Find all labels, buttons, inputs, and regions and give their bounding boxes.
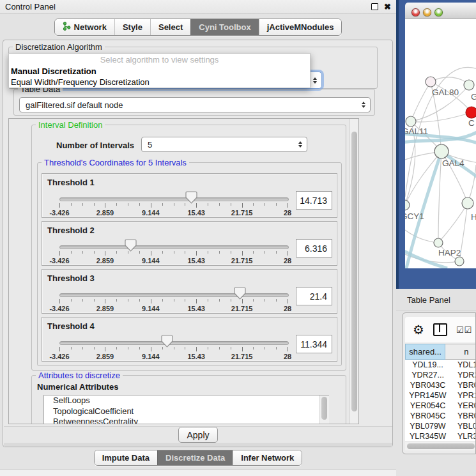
bottom-tab-bar: Impute DataDiscretize DataInfer Network [94,450,303,466]
tab-select[interactable]: Select [150,19,190,35]
network-window-titlebar [405,3,476,19]
tab-jactivemnodules[interactable]: jActiveMNodules [259,19,342,35]
threshold-value-field[interactable]: 14.713 [296,191,332,210]
tab-impute-data[interactable]: Impute Data [95,450,157,465]
apply-button[interactable]: Apply [178,427,218,443]
table-panel: ⚙ ☑☑ shared...n YDL19...YDL1YDR27...YDR2… [402,312,476,454]
scale-label: 21.715 [231,353,253,360]
table-row[interactable]: YER054CYER0 [405,401,476,411]
column-layout-icon[interactable] [433,323,447,336]
attributes-scrollbar-thumb[interactable] [321,397,327,420]
settings-scrollbar-thumb[interactable] [351,132,357,411]
interval-definition-title: Interval Definition [36,120,105,130]
cell-shared-name: YBL079W [405,422,450,431]
scale-label: 9.144 [142,209,160,217]
algorithm-prompt-item[interactable]: Select algorithm to view settings [9,54,310,66]
float-panel-icon[interactable] [371,3,378,10]
scale-label: 9.144 [142,257,160,265]
select-columns-icon[interactable]: ☑☑ [456,325,472,335]
scale-label: 28 [284,209,291,217]
gear-icon[interactable]: ⚙ [413,323,424,336]
table-row[interactable]: YDL19...YDL1 [405,360,476,370]
top-tab-row: NetworkStyleSelectCyni ToolboxjActiveMNo… [0,19,396,36]
scale-label: 15.43 [187,209,205,217]
threshold-panel-2: Threshold 2 -3.4262.8599.14415.4321.7152… [42,221,337,266]
algorithm-group-title: Discretization Algorithm [13,42,105,52]
threshold-value-field[interactable]: 11.344 [296,335,332,353]
table-hscrollbar-thumb[interactable] [407,443,475,449]
slider-handle-icon[interactable] [234,287,246,300]
threshold-panel-1: Threshold 1 -3.4262.8599.14415.4321.7152… [42,173,337,218]
column-header-shared-[interactable]: shared... [405,344,445,360]
cell-shared-name: YPR145W [405,391,450,400]
slider-handle-icon[interactable] [161,335,173,348]
combo-arrows-icon [362,102,365,108]
network-node-gal80 [426,77,436,87]
threshold-label: Threshold 1 [47,178,95,187]
scale-label: 2.859 [96,305,114,312]
tab-style[interactable]: Style [114,19,150,35]
algorithm-option-manual-discretization[interactable]: Manual Discretization [9,66,310,77]
bottom-tab-row: Impute DataDiscretize DataInfer Network [0,450,396,466]
attribute-item-selfloops[interactable]: SelfLoops [44,395,328,406]
table-data-combo[interactable]: galFiltered.sif default node [19,97,371,112]
scale-label: -3.426 [49,353,69,360]
svg-text:GAL80: GAL80 [432,88,459,97]
attribute-item-topologicalcoefficient[interactable]: TopologicalCoefficient [44,406,328,417]
svg-text:GAL11: GAL11 [405,127,428,136]
table-row[interactable]: YBL079WYBL0 [405,421,476,431]
cell-shared-name: YLR345W [405,432,450,441]
numerical-attributes-list[interactable]: SelfLoopsTopologicalCoefficientBetweenne… [43,395,329,424]
table-row[interactable]: YBR045CYBR0 [405,411,476,421]
table-row[interactable]: YBR043CYBR0 [405,380,476,390]
threshold-panel-4: Threshold 4 -3.4262.8599.14415.4321.7152… [42,317,337,362]
tab-network[interactable]: Network [55,19,114,35]
apply-bar: Apply [4,426,392,447]
threshold-label: Threshold 4 [47,321,95,331]
thresholds-group: Threshold's Coordinates for 5 Intervals … [37,162,342,366]
scale-label: 28 [284,353,291,360]
cyni-toolbox-panel: Discretization Algorithm Table Data galF… [3,40,393,447]
number-of-intervals-spinner[interactable]: 5 [141,137,307,152]
number-of-intervals-label: Number of Intervals [56,141,134,150]
table-data-combo-value: galFiltered.sif default node [26,100,123,110]
settings-scrollbar[interactable] [349,119,359,424]
cell-shared-name: YDL19... [405,360,450,369]
scale-label: 2.859 [96,209,114,217]
traffic-light-close-icon[interactable] [411,8,420,17]
algorithm-option-equal-width-frequency-discretization[interactable]: Equal Width/Frequency Discretization [9,77,310,88]
scale-label: -3.426 [49,257,69,265]
control-panel-window: Control Panel ✖ NetworkStyleSelectCyni T… [0,0,396,476]
tab-label: Cyni Toolbox [199,22,250,32]
scale-label: -3.426 [49,209,69,217]
table-row[interactable]: YDR27...YDR2 [405,370,476,380]
scale-label: 28 [284,305,291,312]
spinner-arrows-icon [298,141,302,148]
slider-ticks [59,203,288,208]
table-hscrollbar[interactable] [405,441,476,450]
threshold-value-field[interactable]: 21.4 [296,287,332,305]
attribute-item-betweennesscentrality[interactable]: BetweennessCentrality [44,417,328,424]
tab-infer-network[interactable]: Infer Network [233,450,302,465]
scale-label: 9.144 [142,305,160,312]
attributes-scrollbar[interactable] [319,395,329,424]
slider-ticks [59,299,288,304]
traffic-light-zoom-icon[interactable] [434,8,443,17]
slider-handle-icon[interactable] [125,239,137,252]
table-row[interactable]: YLR345WYLR3 [405,431,476,441]
table-row[interactable]: YPR145WYPR1 [405,390,476,401]
threshold-value-field[interactable]: 6.316 [296,239,332,257]
tab-label: Style [123,22,142,32]
network-canvas[interactable]: GAL80GACGAL11GAL4GCY1HHAP2 [405,19,476,268]
slider-handle-icon[interactable] [185,191,197,204]
column-header-n[interactable]: n [445,344,476,360]
interval-definition-group: Interval Definition Number of Intervals … [31,125,346,371]
numerical-attributes-label: Numerical Attributes [37,382,118,392]
combo-arrows-icon [313,77,317,84]
tab-cyni-toolbox[interactable]: Cyni Toolbox [190,19,258,35]
tab-discretize-data[interactable]: Discretize Data [157,450,233,465]
close-icon[interactable]: ✖ [384,4,391,10]
thresholds-group-title: Threshold's Coordinates for 5 Intervals [42,158,189,167]
traffic-light-minimize-icon[interactable] [423,8,431,17]
scale-label: -3.426 [49,305,69,312]
